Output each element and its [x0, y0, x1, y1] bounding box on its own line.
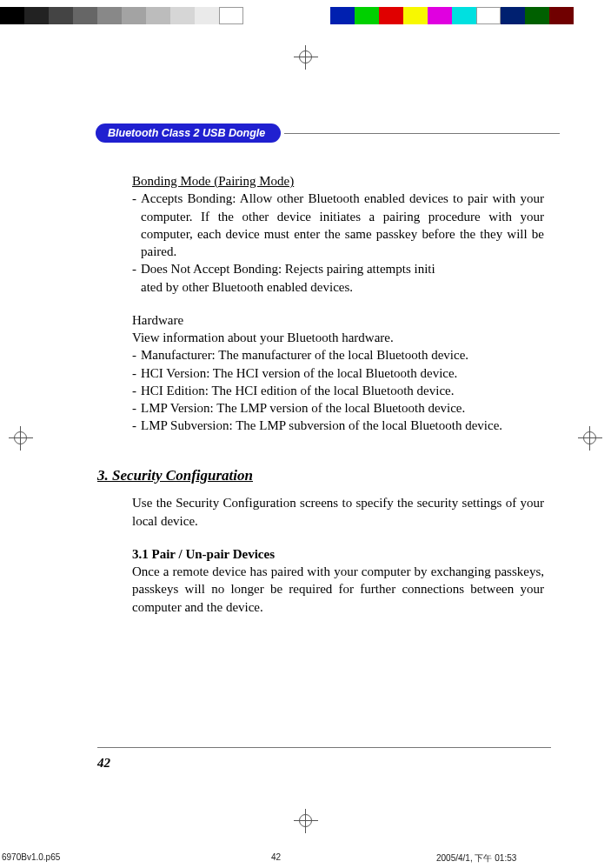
print-footer: 6970Bv1.0.p65 42 2005/4/1, 下午 01:53 — [2, 852, 611, 865]
color-calibration-bar — [0, 7, 574, 24]
footer-rule — [97, 747, 551, 748]
header-rule — [284, 133, 560, 134]
registration-mark-top — [294, 45, 318, 70]
page-number: 42 — [97, 756, 110, 771]
header-badge: Bluetooth Class 2 USB Dongle — [96, 124, 281, 143]
body-text: Bonding Mode (Pairing Mode) - Accepts Bo… — [132, 172, 544, 616]
hw-item-1: - Manufacturer: The manufacturer of the … — [132, 346, 544, 364]
hw-item-3: - HCI Edition: The HCI edition of the lo… — [132, 382, 544, 399]
registration-mark-right — [578, 426, 602, 451]
registration-mark-left — [9, 426, 33, 451]
registration-mark-bottom — [294, 809, 318, 833]
print-footer-file: 6970Bv1.0.p65 — [2, 852, 271, 865]
bonding-item-1: - Accepts Bonding: Allow other Bluetooth… — [132, 190, 544, 260]
section-3-heading: 3. Security Configuration — [97, 466, 544, 486]
hardware-intro: View information about your Bluetooth ha… — [132, 329, 544, 346]
bonding-item-2: - Does Not Accept Bonding: Rejects pairi… — [132, 260, 544, 296]
header-row: Bluetooth Class 2 USB Dongle — [96, 124, 560, 143]
hw-item-4: - LMP Version: The LMP version of the lo… — [132, 399, 544, 417]
bonding-title: Bonding Mode (Pairing Mode) — [132, 172, 544, 190]
section-3-intro: Use the Security Configuration screens t… — [132, 494, 544, 530]
section-3-1-heading: 3.1 Pair / Un-pair Devices — [132, 545, 544, 563]
print-footer-datetime: 2005/4/1, 下午 01:53 — [436, 852, 611, 865]
hw-item-2: - HCI Version: The HCI version of the lo… — [132, 364, 544, 382]
hardware-title: Hardware — [132, 311, 544, 329]
section-3-1-body: Once a remote device has paired with you… — [132, 563, 544, 616]
hw-item-5: - LMP Subversion: The LMP subversion of … — [132, 417, 544, 434]
print-footer-page: 42 — [271, 852, 436, 865]
page-frame: Bluetooth Class 2 USB Dongle Bonding Mod… — [45, 85, 568, 790]
